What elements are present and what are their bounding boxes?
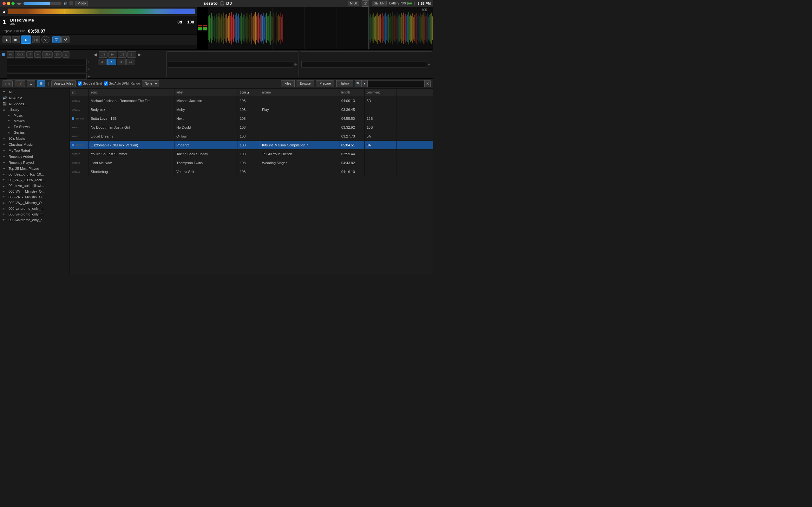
table-row[interactable]: seratoLiquid DreamsO-Town10803:27.735A xyxy=(70,132,433,141)
sidebar-item-aoki[interactable]: ≡ 00-steve_aoki-pillowf... xyxy=(0,183,69,188)
sidebar-item-recently-played[interactable]: ✦ Recently Played xyxy=(0,159,69,165)
header-artist[interactable]: artist xyxy=(174,89,238,96)
setup-button[interactable]: SETUP xyxy=(372,1,387,6)
table-row[interactable]: seratoLisztomania (Classixx Version)Phoe… xyxy=(70,141,433,150)
auto-bpm-checkbox[interactable]: Set Auto BPM xyxy=(104,81,129,86)
cue-input-3[interactable] xyxy=(7,73,87,79)
files-tab[interactable]: Files xyxy=(281,80,295,87)
loop-4[interactable]: 4 xyxy=(107,59,116,65)
cue-input-1[interactable] xyxy=(7,59,87,65)
loop-1-4[interactable]: 1/4 xyxy=(108,51,117,58)
sidebar-item-promo1[interactable]: ≡ 000-va-promo_only_r... xyxy=(0,206,69,211)
add-crate-button[interactable]: + ☆ xyxy=(3,80,13,87)
loop-nav-left[interactable]: ◀ xyxy=(93,52,98,57)
cue-add-2[interactable]: + xyxy=(88,66,90,72)
table-row[interactable]: seratoShutterbugVeruca Salt10804:16.10 xyxy=(70,167,433,176)
header-song[interactable]: song xyxy=(89,89,174,96)
header-album[interactable]: album xyxy=(260,89,339,96)
info-button[interactable]: ⓘ xyxy=(362,0,369,7)
sidebar-item-promo2[interactable]: ≡ 000-va-promo_only_r... xyxy=(0,211,69,217)
sidebar-item-all-audio[interactable]: 🔊 All Audio... xyxy=(0,95,69,101)
table-row[interactable]: seratoBodyrockMoby108Play03:36.45 xyxy=(70,105,433,114)
sync-button[interactable]: ↻ xyxy=(41,36,49,43)
midi-button[interactable]: MIDI xyxy=(348,1,359,6)
loop-1[interactable]: 1 xyxy=(127,51,136,58)
loop-out-button[interactable]: OUT xyxy=(15,51,26,58)
sidebar-item-library[interactable]: ♫ Library xyxy=(0,107,69,112)
cue-shield-button[interactable]: 🛡 xyxy=(52,36,61,43)
header-art[interactable]: art xyxy=(70,89,89,96)
cue-add-1[interactable]: + xyxy=(88,59,90,64)
auto-bpm-check[interactable] xyxy=(104,81,108,86)
fx-input-2[interactable] xyxy=(301,61,427,67)
search-clear-button[interactable]: ✕ xyxy=(425,80,431,87)
cue-input-2[interactable] xyxy=(7,66,87,72)
search-icon-button[interactable]: 🔍 xyxy=(355,80,362,87)
loop-1-8[interactable]: 1/8 xyxy=(99,51,107,58)
sidebar-item-promo3[interactable]: ≡ 000-va-promo_only_r... xyxy=(0,217,69,223)
sidebar-item-tv-shows[interactable]: ≡ TV Shows xyxy=(5,124,69,130)
header-length[interactable]: length xyxy=(339,89,365,96)
loop-1-2[interactable]: 1/2 xyxy=(118,51,126,58)
analyze-files-button[interactable]: Analyze Files xyxy=(51,80,76,87)
range-select[interactable]: None xyxy=(142,80,159,87)
fx-add-2[interactable]: + xyxy=(428,62,430,67)
sidebar-item-movies[interactable]: ≡ Movies xyxy=(5,118,69,124)
beat-grid-checkbox[interactable]: Set Beat Grid xyxy=(78,81,102,86)
sidebar-item-top-rated[interactable]: ✦ My Top Rated xyxy=(0,147,69,153)
sidebar-item-recently-added[interactable]: ✦ Recently Added xyxy=(0,153,69,159)
close-button[interactable] xyxy=(3,2,6,5)
scroll-left-icon[interactable]: ◀ xyxy=(16,2,19,5)
loop-nav-right[interactable]: ▶ xyxy=(137,52,142,57)
volume-bar[interactable] xyxy=(23,2,61,5)
beat-grid-check[interactable] xyxy=(78,81,82,86)
scroll-right-icon[interactable]: ▶ xyxy=(19,2,21,5)
table-row[interactable]: seratoHold Me NowThompson Twins108Weddin… xyxy=(70,158,433,167)
table-row[interactable]: seratoButta Love - 12BNext10804:55.5012B xyxy=(70,114,433,123)
list-view-button[interactable]: ≡ xyxy=(27,80,35,87)
loop-button[interactable]: ↺ xyxy=(61,36,69,43)
chop-button[interactable]: ✂ xyxy=(34,51,41,58)
prepare-tab[interactable]: Prepare xyxy=(316,80,334,87)
grid-view-button[interactable]: ⊞ xyxy=(37,80,45,87)
fx-input-1[interactable] xyxy=(168,61,293,67)
loop-16[interactable]: 16 xyxy=(126,59,135,65)
loop-8[interactable]: 8 xyxy=(117,59,125,65)
sidebar-item-ministry3[interactable]: ≡ 000-VA_-_Ministry_O... xyxy=(0,200,69,206)
loop-2[interactable]: 2 xyxy=(98,59,107,65)
table-row[interactable]: seratoYou're So Last SummerTaking Back S… xyxy=(70,150,433,158)
double-speed-button[interactable]: 2X xyxy=(54,51,61,58)
sidebar-item-all-videos[interactable]: 🎬 All Videos... xyxy=(0,101,69,107)
sidebar-item-va100[interactable]: ≡ 00_VA_-_100%_Tech... xyxy=(0,177,69,183)
cue-add-3[interactable]: + xyxy=(88,74,90,79)
browse-tab[interactable]: Browse xyxy=(297,80,314,87)
video-button[interactable]: Video xyxy=(75,1,88,6)
sidebar-item-ministry1[interactable]: ≡ 000-VA_-_Ministry_O... xyxy=(0,188,69,194)
speed-up-button[interactable]: ▲ xyxy=(62,51,70,58)
sidebar-item-classical[interactable]: ✦ Classical Music xyxy=(0,141,69,147)
half-speed-button[interactable]: 1/2X xyxy=(42,51,53,58)
sidebar-item-genius[interactable]: ≡ Genius xyxy=(5,130,69,135)
sidebar-item-beatport[interactable]: ≡ 00_Beatport_Top_10... xyxy=(0,171,69,177)
sidebar-item-top25[interactable]: ✦ Top 25 Most Played xyxy=(0,165,69,171)
maximize-button[interactable] xyxy=(11,2,14,5)
reloop-button[interactable]: ↺ xyxy=(26,51,33,58)
sidebar-item-music[interactable]: ≡ Music xyxy=(5,112,69,118)
search-dropdown[interactable]: ▼ xyxy=(362,80,368,87)
pitch-down-icon[interactable]: ▲ xyxy=(2,9,6,14)
play-button[interactable]: ▶ xyxy=(21,36,31,44)
next-button[interactable]: ⏭ xyxy=(32,36,40,43)
loop-in-button[interactable]: IN xyxy=(7,51,14,58)
eject-button[interactable]: ▲ xyxy=(3,36,11,43)
table-row[interactable]: seratoMichael Jackson - Remember The Tim… xyxy=(70,96,433,105)
table-row[interactable]: seratoNo Doubt - I'm Just a GirlNo Doubt… xyxy=(70,123,433,132)
sidebar-item-all[interactable]: ✦ All... xyxy=(0,89,69,95)
fx-add-1[interactable]: + xyxy=(294,62,297,67)
sidebar-item-90s[interactable]: ✦ 90's Music xyxy=(0,135,69,141)
history-tab[interactable]: History xyxy=(336,80,353,87)
sidebar-item-ministry2[interactable]: ≡ 000-VA_-_Ministry_O... xyxy=(0,194,69,200)
header-comment[interactable]: comment xyxy=(365,89,397,96)
prev-button[interactable]: ⏮ xyxy=(12,36,20,43)
minimize-button[interactable] xyxy=(7,2,10,5)
add-smart-button[interactable]: + ☆ xyxy=(14,80,25,87)
